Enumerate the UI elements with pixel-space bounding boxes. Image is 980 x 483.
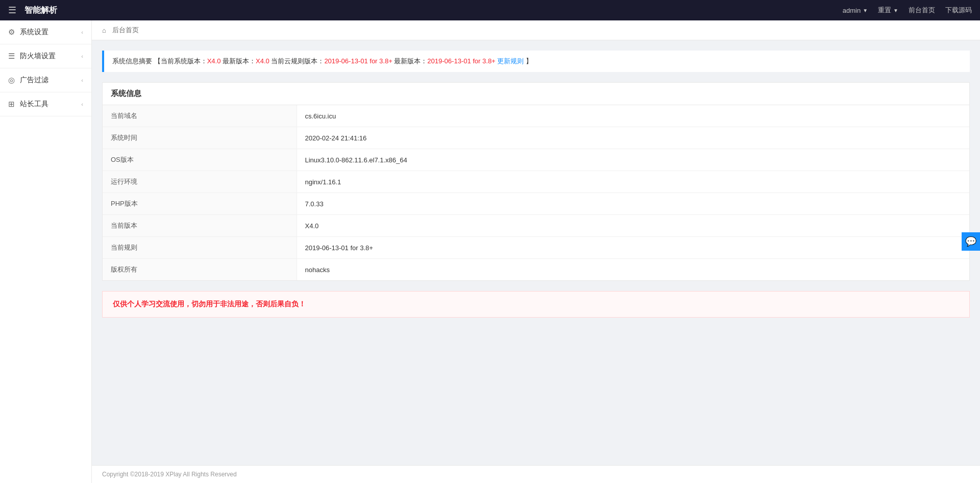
banner-prefix: 系统信息摘要 【当前系统版本：: [112, 57, 207, 65]
layout: ⚙ 系统设置 ‹ ☰ 防火墙设置 ‹ ◎ 广告过滤 ‹ ⊞ 站长工具 ‹ ⌂ 后…: [0, 20, 980, 483]
admin-dropdown[interactable]: admin: [843, 7, 868, 14]
row-label: 运行环境: [103, 171, 297, 193]
chevron-left-icon: ‹: [81, 101, 83, 107]
download-source-link[interactable]: 下载源码: [945, 6, 972, 15]
banner-latest-version: X4.0: [256, 57, 270, 65]
table-row: 当前版本X4.0: [103, 215, 969, 237]
sidebar-item-webmaster-tools[interactable]: ⊞ 站长工具 ‹: [0, 92, 91, 116]
banner-sep2: 当前云规则版本：: [270, 57, 325, 65]
sidebar-item-label: 站长工具: [20, 100, 81, 109]
header: ☰ 智能解析 admin 重置 前台首页 下载源码: [0, 0, 980, 20]
gear-icon: ⚙: [8, 28, 15, 37]
row-value: X4.0: [297, 215, 969, 237]
row-label: 版权所有: [103, 259, 297, 281]
main-content: ⌂ 后台首页 系统信息摘要 【当前系统版本：X4.0 最新版本：X4.0 当前云…: [92, 20, 980, 483]
system-info-card: 系统信息 当前域名cs.6icu.icu系统时间2020-02-24 21:41…: [102, 82, 970, 281]
banner-sep1: 最新版本：: [220, 57, 256, 65]
system-info-title: 系统信息: [103, 83, 969, 105]
banner-sep3: 最新版本：: [393, 57, 428, 65]
warning-box: 仅供个人学习交流使用，切勿用于非法用途，否则后果自负！: [102, 291, 970, 318]
system-info-table: 当前域名cs.6icu.icu系统时间2020-02-24 21:41:16OS…: [103, 105, 969, 280]
row-value: 7.0.33: [297, 193, 969, 215]
chat-icon: 💬: [965, 236, 976, 247]
grid-icon: ⊞: [8, 100, 15, 109]
app-logo: 智能解析: [24, 5, 843, 16]
table-row: PHP版本7.0.33: [103, 193, 969, 215]
table-row: 当前规则2019-06-13-01 for 3.8+: [103, 237, 969, 259]
row-value: nohacks: [297, 259, 969, 281]
row-label: 当前域名: [103, 105, 297, 127]
table-row: 运行环境nginx/1.16.1: [103, 171, 969, 193]
chevron-left-icon: ‹: [81, 53, 83, 59]
row-label: OS版本: [103, 149, 297, 171]
home-icon: ⌂: [102, 27, 106, 34]
row-value: Linux3.10.0-862.11.6.el7.1.x86_64: [297, 149, 969, 171]
breadcrumb: ⌂ 后台首页: [92, 20, 980, 40]
sidebar-item-ad-filter[interactable]: ◎ 广告过滤 ‹: [0, 68, 91, 92]
sidebar: ⚙ 系统设置 ‹ ☰ 防火墙设置 ‹ ◎ 广告过滤 ‹ ⊞ 站长工具 ‹: [0, 20, 92, 483]
chevron-left-icon: ‹: [81, 77, 83, 83]
menu-toggle-button[interactable]: ☰: [8, 5, 16, 16]
chevron-left-icon: ‹: [81, 29, 83, 35]
footer: Copyright ©2018-2019 XPlay All Rights Re…: [92, 465, 980, 483]
sidebar-item-firewall-settings[interactable]: ☰ 防火墙设置 ‹: [0, 44, 91, 68]
row-label: 当前规则: [103, 237, 297, 259]
frontend-link[interactable]: 前台首页: [909, 6, 935, 15]
row-value: 2020-02-24 21:41:16: [297, 127, 969, 149]
update-rule-link[interactable]: 更新规则: [497, 57, 524, 65]
row-label: 当前版本: [103, 215, 297, 237]
sidebar-item-label: 系统设置: [20, 28, 81, 37]
content-area: 系统信息摘要 【当前系统版本：X4.0 最新版本：X4.0 当前云规则版本：20…: [92, 40, 980, 465]
table-row: 系统时间2020-02-24 21:41:16: [103, 127, 969, 149]
sidebar-item-system-settings[interactable]: ⚙ 系统设置 ‹: [0, 20, 91, 44]
info-banner: 系统信息摘要 【当前系统版本：X4.0 最新版本：X4.0 当前云规则版本：20…: [102, 51, 970, 72]
banner-current-rule: 2019-06-13-01 for 3.8+: [324, 57, 392, 65]
sidebar-item-label: 防火墙设置: [20, 52, 81, 61]
float-chat-button[interactable]: 💬: [962, 232, 980, 251]
circle-icon: ◎: [8, 76, 15, 85]
reset-dropdown[interactable]: 重置: [878, 6, 898, 15]
banner-latest-rule: 2019-06-13-01 for 3.8+: [427, 57, 495, 65]
banner-suffix: 】: [524, 57, 532, 65]
table-row: OS版本Linux3.10.0-862.11.6.el7.1.x86_64: [103, 149, 969, 171]
list-icon: ☰: [8, 52, 15, 61]
header-right: admin 重置 前台首页 下载源码: [843, 6, 972, 15]
banner-current-version: X4.0: [207, 57, 221, 65]
table-row: 当前域名cs.6icu.icu: [103, 105, 969, 127]
row-value: cs.6icu.icu: [297, 105, 969, 127]
row-value: 2019-06-13-01 for 3.8+: [297, 237, 969, 259]
table-row: 版权所有nohacks: [103, 259, 969, 281]
sidebar-item-label: 广告过滤: [20, 76, 81, 85]
breadcrumb-current: 后台首页: [112, 26, 139, 35]
row-value: nginx/1.16.1: [297, 171, 969, 193]
row-label: PHP版本: [103, 193, 297, 215]
row-label: 系统时间: [103, 127, 297, 149]
